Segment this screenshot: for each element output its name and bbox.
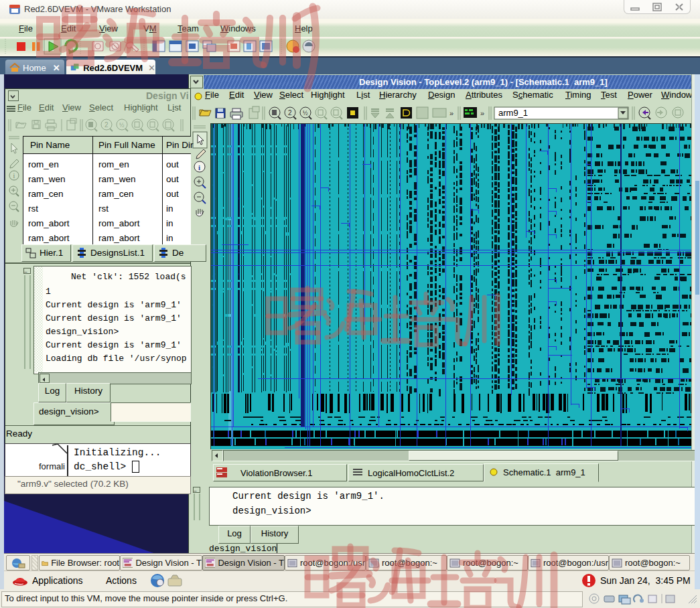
svg-text:»: » <box>449 109 453 117</box>
svg-text:i: i <box>13 172 15 179</box>
svg-text:i: i <box>198 163 200 171</box>
svg-text:½: ½ <box>303 110 308 117</box>
svg-text:arm9_1: arm9_1 <box>498 108 528 118</box>
svg-text:2: 2 <box>104 121 109 129</box>
svg-text:2: 2 <box>288 109 292 117</box>
svg-text:½: ½ <box>119 122 125 129</box>
svg-text:»: » <box>480 109 484 117</box>
